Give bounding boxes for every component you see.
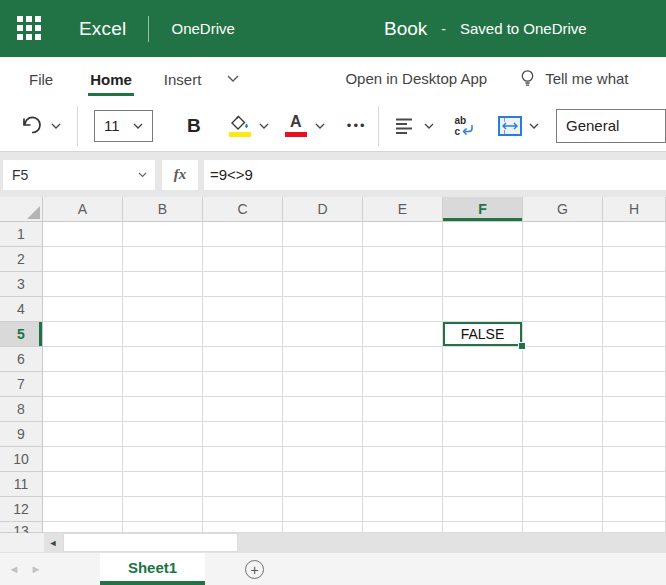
cell-C13[interactable] (203, 522, 283, 533)
cell-F6[interactable] (443, 347, 523, 372)
cell-D8[interactable] (283, 397, 363, 422)
merge-cells-chevron-icon[interactable] (529, 123, 539, 129)
row-header-10[interactable]: 10 (0, 447, 43, 472)
alignment-chevron-icon[interactable] (424, 123, 434, 129)
app-title[interactable]: Excel (79, 18, 126, 40)
cell-H1[interactable] (603, 222, 666, 247)
sheet-nav-left-icon[interactable]: ◄ (3, 563, 25, 575)
cell-B6[interactable] (123, 347, 203, 372)
cell-F4[interactable] (443, 297, 523, 322)
cell-H6[interactable] (603, 347, 666, 372)
cell-E13[interactable] (363, 522, 443, 533)
cell-C10[interactable] (203, 447, 283, 472)
undo-chevron-icon[interactable] (51, 123, 61, 129)
number-format-select[interactable]: General (556, 109, 666, 143)
cell-G7[interactable] (523, 372, 603, 397)
cell-G4[interactable] (523, 297, 603, 322)
cell-C11[interactable] (203, 472, 283, 497)
cell-F8[interactable] (443, 397, 523, 422)
cell-F13[interactable] (443, 522, 523, 533)
formula-input[interactable]: =9<>9 (204, 160, 666, 190)
column-header-G[interactable]: G (523, 197, 603, 222)
cell-C5[interactable] (203, 322, 283, 347)
cell-G12[interactable] (523, 497, 603, 522)
cell-A13[interactable] (43, 522, 123, 533)
cell-G6[interactable] (523, 347, 603, 372)
cell-E5[interactable] (363, 322, 443, 347)
tab-home[interactable]: Home (88, 61, 134, 96)
insert-function-button[interactable]: fx (162, 160, 198, 190)
row-header-13[interactable]: 13 (0, 522, 43, 533)
cell-H8[interactable] (603, 397, 666, 422)
row-header-9[interactable]: 9 (0, 422, 43, 447)
open-in-desktop-button[interactable]: Open in Desktop App (345, 70, 487, 87)
service-name[interactable]: OneDrive (171, 20, 234, 37)
scroll-left-arrow-icon[interactable]: ◄ (44, 533, 62, 552)
cell-D4[interactable] (283, 297, 363, 322)
cell-E2[interactable] (363, 247, 443, 272)
cell-A3[interactable] (43, 272, 123, 297)
font-color-button[interactable]: A (285, 114, 325, 137)
cell-B10[interactable] (123, 447, 203, 472)
font-size-select[interactable]: 11 (94, 110, 153, 142)
cell-E4[interactable] (363, 297, 443, 322)
cell-D2[interactable] (283, 247, 363, 272)
font-color-chevron-icon[interactable] (315, 123, 325, 129)
column-header-H[interactable]: H (603, 197, 666, 222)
horizontal-scrollbar-thumb[interactable] (63, 533, 238, 552)
cell-B8[interactable] (123, 397, 203, 422)
cell-G5[interactable] (523, 322, 603, 347)
cell-F9[interactable] (443, 422, 523, 447)
cell-A8[interactable] (43, 397, 123, 422)
cell-E1[interactable] (363, 222, 443, 247)
fill-color-button[interactable] (229, 115, 269, 137)
cell-B1[interactable] (123, 222, 203, 247)
app-launcher-waffle-icon[interactable] (17, 16, 43, 42)
column-header-E[interactable]: E (363, 197, 443, 222)
name-box-chevron-icon[interactable] (138, 172, 147, 178)
cell-G11[interactable] (523, 472, 603, 497)
cell-E10[interactable] (363, 447, 443, 472)
cell-F5[interactable]: FALSE (443, 322, 523, 347)
horizontal-scrollbar-track[interactable]: ◄ (44, 533, 666, 552)
cell-A2[interactable] (43, 247, 123, 272)
cell-C4[interactable] (203, 297, 283, 322)
cell-H2[interactable] (603, 247, 666, 272)
sheet-tab-sheet1[interactable]: Sheet1 (100, 553, 205, 585)
cell-G3[interactable] (523, 272, 603, 297)
row-header-2[interactable]: 2 (0, 247, 43, 272)
cell-A11[interactable] (43, 472, 123, 497)
cell-E8[interactable] (363, 397, 443, 422)
cell-A6[interactable] (43, 347, 123, 372)
more-options-ellipsis-button[interactable]: ••• (347, 118, 367, 133)
column-header-D[interactable]: D (283, 197, 363, 222)
cell-G1[interactable] (523, 222, 603, 247)
column-header-B[interactable]: B (123, 197, 203, 222)
cell-G2[interactable] (523, 247, 603, 272)
undo-button[interactable] (20, 116, 61, 136)
row-header-1[interactable]: 1 (0, 222, 43, 247)
cell-A10[interactable] (43, 447, 123, 472)
fill-color-chevron-icon[interactable] (259, 123, 269, 129)
cell-E6[interactable] (363, 347, 443, 372)
cell-F7[interactable] (443, 372, 523, 397)
cell-A9[interactable] (43, 422, 123, 447)
cell-B13[interactable] (123, 522, 203, 533)
cell-G8[interactable] (523, 397, 603, 422)
cell-F11[interactable] (443, 472, 523, 497)
tab-insert[interactable]: Insert (162, 61, 204, 96)
row-header-8[interactable]: 8 (0, 397, 43, 422)
cell-D10[interactable] (283, 447, 363, 472)
row-header-5[interactable]: 5 (0, 322, 43, 347)
cell-B4[interactable] (123, 297, 203, 322)
cell-C1[interactable] (203, 222, 283, 247)
name-box[interactable]: F5 (3, 160, 155, 190)
cell-B2[interactable] (123, 247, 203, 272)
cell-E11[interactable] (363, 472, 443, 497)
document-title[interactable]: Book (384, 18, 427, 40)
cell-E3[interactable] (363, 272, 443, 297)
cell-F12[interactable] (443, 497, 523, 522)
cell-D1[interactable] (283, 222, 363, 247)
cell-H9[interactable] (603, 422, 666, 447)
cell-F10[interactable] (443, 447, 523, 472)
